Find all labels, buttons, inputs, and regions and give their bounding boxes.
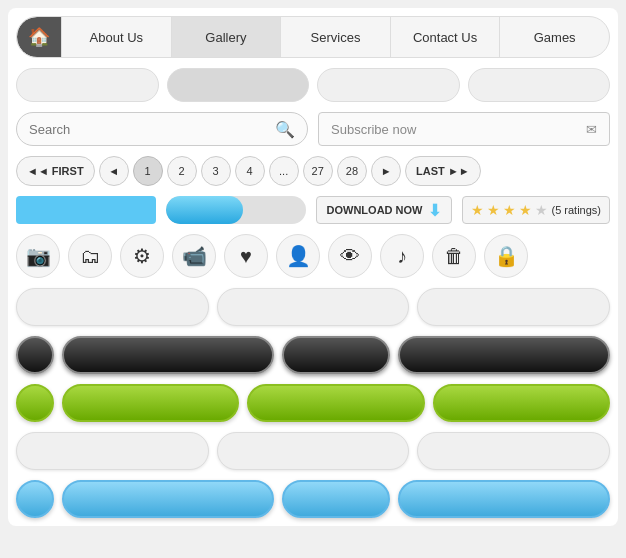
pagination-page-1[interactable]: 1 [133,156,163,186]
subscribe-box[interactable]: Subscribe now ✉ [318,112,610,146]
green-pill-button-3[interactable] [433,384,610,422]
pagination-row: ◄◄ FIRST ◄ 1 2 3 4 ... 27 28 ► LAST ►► [16,156,610,186]
white-round-btn-5[interactable] [217,432,410,470]
black-pill-button-1[interactable] [62,336,274,374]
blue-buttons-row [16,480,610,518]
blue-circle-button[interactable] [16,480,54,518]
blue-pill-button-1[interactable] [62,480,274,518]
pagination-last[interactable]: LAST ►► [405,156,481,186]
nav-item-contact[interactable]: Contact Us [390,17,500,57]
star-4: ★ [519,202,532,218]
blue-pill-button-2[interactable] [282,480,390,518]
search-subscribe-row: 🔍 Subscribe now ✉ [16,112,610,146]
pagination-page-28[interactable]: 28 [337,156,367,186]
pagination-ellipsis: ... [269,156,299,186]
blue-solid-bar [16,196,156,224]
progress-bar-fill [166,196,243,224]
download-label: DOWNLOAD NOW [327,204,423,216]
eye-icon-button[interactable]: 👁 [328,234,372,278]
email-icon: ✉ [586,122,597,137]
star-2: ★ [487,202,500,218]
rating-stars-box: ★ ★ ★ ★ ★ (5 ratings) [462,196,610,224]
star-5: ★ [535,202,548,218]
pagination-page-4[interactable]: 4 [235,156,265,186]
nav-item-games[interactable]: Games [499,17,609,57]
pill-buttons-row [16,68,610,102]
black-pill-button-2[interactable] [282,336,390,374]
camera-icon-button[interactable]: 📷 [16,234,60,278]
nav-item-about[interactable]: About Us [61,17,171,57]
trash-icon-button[interactable]: 🗑 [432,234,476,278]
video-icon-button[interactable]: 📹 [172,234,216,278]
progress-download-row: DOWNLOAD NOW ⬇ ★ ★ ★ ★ ★ (5 ratings) [16,196,610,224]
green-pill-button-2[interactable] [247,384,424,422]
white-round-btn-2[interactable] [217,288,410,326]
white-round-buttons-row [16,288,610,326]
nav-item-gallery[interactable]: Gallery [171,17,281,57]
black-buttons-row [16,336,610,374]
black-pill-button-3[interactable] [398,336,610,374]
icon-buttons-row: 📷 🗂 ⚙ 📹 ♥ 👤 👁 ♪ 🗑 🔒 [16,234,610,278]
black-circle-button[interactable] [16,336,54,374]
pill-button-1[interactable] [16,68,159,102]
search-icon: 🔍 [275,120,295,139]
nav-item-services[interactable]: Services [280,17,390,57]
pagination-page-3[interactable]: 3 [201,156,231,186]
gear-icon-button[interactable]: ⚙ [120,234,164,278]
heart-icon-button[interactable]: ♥ [224,234,268,278]
ui-kit-container: 🏠 About Us Gallery Services Contact Us G… [8,8,618,526]
subscribe-placeholder: Subscribe now [331,122,416,137]
star-3: ★ [503,202,516,218]
pill-button-3[interactable] [317,68,460,102]
pagination-next[interactable]: ► [371,156,401,186]
search-input[interactable] [29,122,275,137]
white-round-btn-1[interactable] [16,288,209,326]
green-buttons-row [16,384,610,422]
white-round-btn-3[interactable] [417,288,610,326]
white-round-buttons-row-2 [16,432,610,470]
star-1: ★ [471,202,484,218]
lock-icon-button[interactable]: 🔒 [484,234,528,278]
rating-count: (5 ratings) [551,204,601,216]
pagination-prev[interactable]: ◄ [99,156,129,186]
green-pill-button-1[interactable] [62,384,239,422]
pill-button-2[interactable] [167,68,310,102]
download-arrow-icon: ⬇ [428,201,441,220]
pill-button-4[interactable] [468,68,611,102]
download-button[interactable]: DOWNLOAD NOW ⬇ [316,196,453,224]
folder-icon-button[interactable]: 🗂 [68,234,112,278]
person-icon-button[interactable]: 👤 [276,234,320,278]
search-box[interactable]: 🔍 [16,112,308,146]
white-round-btn-4[interactable] [16,432,209,470]
green-circle-button[interactable] [16,384,54,422]
nav-bar: 🏠 About Us Gallery Services Contact Us G… [16,16,610,58]
pagination-page-2[interactable]: 2 [167,156,197,186]
nav-home-button[interactable]: 🏠 [17,17,61,57]
white-round-btn-6[interactable] [417,432,610,470]
pagination-first[interactable]: ◄◄ FIRST [16,156,95,186]
music-icon-button[interactable]: ♪ [380,234,424,278]
blue-pill-button-3[interactable] [398,480,610,518]
pagination-page-27[interactable]: 27 [303,156,333,186]
progress-bar [166,196,306,224]
